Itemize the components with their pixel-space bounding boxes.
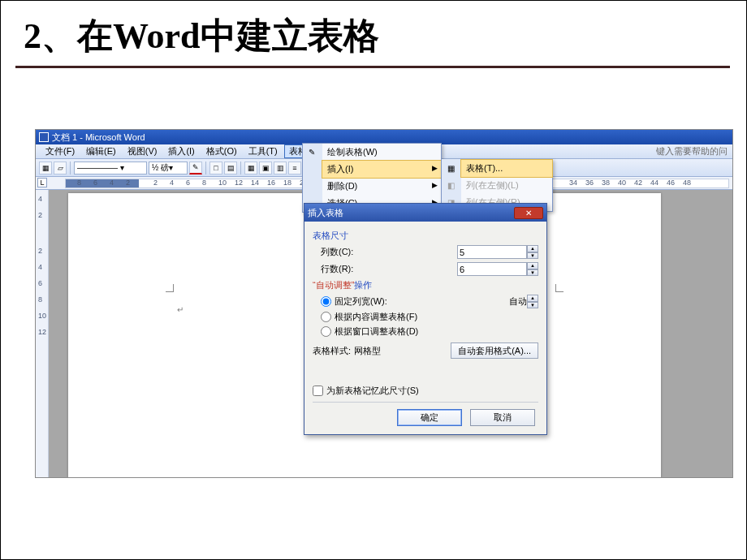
menu-item-label: 列(在左侧)(L) (466, 179, 519, 192)
toolbar-separator (240, 162, 241, 174)
border-icon[interactable]: □ (209, 162, 222, 174)
table-grid-icon: ▦ (445, 162, 456, 174)
group-fit-prefix: “自动调整” (313, 280, 354, 290)
rows-label: 行数(R): (313, 263, 386, 275)
menu-item-insert[interactable]: 插入(I) ▶ (322, 160, 442, 179)
ruler-tick: 2 (153, 179, 158, 187)
menu-format[interactable]: 格式(O) (201, 144, 242, 158)
rows-spinner: ▲ ▼ (457, 262, 538, 276)
cancel-button[interactable]: 取消 (470, 409, 535, 426)
fixed-width-spinner: 自动 ▲ ▼ (509, 295, 538, 308)
dialog-title: 插入表格 (308, 207, 343, 219)
shading-icon[interactable]: ▤ (224, 162, 237, 174)
slide-frame: 2、在Word中建立表格 文档 1 - Microsoft Word 文件(F)… (0, 0, 747, 560)
ruler-tick: 40 (618, 179, 626, 187)
vruler-tick: 4 (38, 263, 42, 271)
vruler-tick: 2 (38, 247, 42, 255)
close-button[interactable]: ✕ (514, 207, 543, 219)
menu-item-label: 删除(D) (327, 180, 357, 192)
rows-input[interactable] (457, 262, 527, 276)
fit-content-radio[interactable] (321, 312, 331, 322)
toolbar-separator (70, 162, 71, 174)
ruler-tick: 6 (93, 179, 97, 187)
line-weight-combo[interactable]: ½ 磅 ▾ (149, 162, 188, 174)
help-hint[interactable]: 键入需要帮助的问 (656, 145, 728, 157)
cols-row: 列数(C): ▲ ▼ (313, 245, 538, 259)
ruler-tick: 16 (267, 179, 275, 187)
menu-item-label: 插入(I) (327, 163, 353, 175)
draw-table-icon[interactable]: ▦ (39, 162, 52, 174)
vruler-tick: 6 (38, 279, 42, 287)
ruler-tick: 38 (602, 179, 610, 187)
fit-window-radio[interactable] (321, 326, 331, 337)
eraser-icon[interactable]: ▱ (54, 162, 67, 174)
ruler-tick: 4 (170, 179, 174, 187)
menu-edit[interactable]: 编辑(E) (81, 144, 121, 158)
margin-corner-icon (555, 284, 563, 292)
toolbar-separator (205, 162, 206, 174)
pen-color-icon[interactable]: ✎ (189, 162, 202, 174)
vruler-tick: 2 (38, 211, 42, 219)
menu-insert[interactable]: 插入(I) (163, 144, 199, 158)
remember-label: 为新表格记忆此尺寸(S) (326, 385, 419, 397)
fixed-width-row: 固定列宽(W): 自动 ▲ ▼ (313, 295, 538, 308)
spin-up-button[interactable]: ▲ (527, 245, 538, 252)
fit-window-label: 根据窗口调整表格(D) (335, 325, 418, 338)
dialog-titlebar[interactable]: 插入表格 ✕ (304, 204, 546, 222)
fixed-width-radio[interactable] (321, 296, 331, 307)
word-window: 文档 1 - Microsoft Word 文件(F) 编辑(E) 视图(V) … (35, 129, 733, 478)
ruler-tick: 12 (235, 179, 243, 187)
style-label: 表格样式: (313, 345, 351, 357)
insert-table-icon[interactable]: ▦ (244, 162, 257, 174)
spin-down-button[interactable]: ▼ (527, 269, 538, 277)
menu-item-delete[interactable]: 删除(D) ▶ (322, 178, 441, 195)
ok-button[interactable]: 确定 (397, 409, 462, 426)
menu-tools[interactable]: 工具(T) (244, 144, 283, 158)
menu-view[interactable]: 视图(V) (123, 144, 162, 158)
vertical-ruler[interactable]: 4 2 2 4 6 8 10 12 (36, 190, 49, 477)
paragraph-mark-icon: ↵ (177, 305, 184, 314)
cols-spinner: ▲ ▼ (457, 245, 538, 259)
fit-window-row: 根据窗口调整表格(D) (313, 325, 538, 338)
spin-up-button[interactable]: ▲ (527, 295, 538, 302)
spin-up-button[interactable]: ▲ (527, 262, 538, 269)
split-cells-icon[interactable]: ▥ (274, 162, 287, 174)
column-left-icon: ◧ (445, 179, 456, 191)
word-app-icon (39, 132, 49, 142)
ruler-tick: 10 (218, 179, 227, 187)
merge-cells-icon[interactable]: ▣ (259, 162, 272, 174)
spin-down-button[interactable]: ▼ (527, 302, 538, 309)
autoformat-button[interactable]: 自动套用格式(A)... (451, 342, 538, 359)
remember-row: 为新表格记忆此尺寸(S) (313, 385, 538, 397)
menu-file[interactable]: 文件(F) (41, 144, 80, 158)
slide-rule (15, 66, 730, 68)
style-value: 网格型 (354, 345, 381, 357)
submenu-arrow-icon: ▶ (432, 181, 438, 189)
insert-table-dialog: 插入表格 ✕ 表格尺寸 列数(C): ▲ ▼ 行数(R): (304, 203, 547, 435)
line-style-combo[interactable]: ————— ▾ (74, 162, 147, 174)
spin-down-button[interactable]: ▼ (527, 252, 538, 260)
ruler-tick: 42 (634, 179, 642, 187)
cols-input[interactable] (457, 245, 527, 259)
align-icon[interactable]: ≡ (288, 162, 301, 174)
menu-item-label: 绘制表格(W) (327, 146, 378, 158)
ruler-tick: 18 (283, 179, 291, 187)
fixed-width-value[interactable]: 自动 (509, 295, 527, 308)
ruler-tab-selector[interactable]: L (37, 178, 47, 187)
ruler-tick: 8 (202, 179, 206, 187)
menu-item-draw-table[interactable]: ✎ 绘制表格(W) (322, 144, 441, 161)
ruler-tick: 6 (186, 179, 190, 187)
ruler-tick: 36 (585, 179, 594, 187)
remember-checkbox[interactable] (313, 386, 323, 396)
submenu-item-table[interactable]: ▦ 表格(T)... (460, 159, 553, 178)
dialog-buttons: 确定 取消 (313, 403, 538, 428)
ruler-tick: 14 (251, 179, 259, 187)
slide-title: 2、在Word中建立表格 (24, 12, 379, 60)
group-size-label: 表格尺寸 (313, 230, 538, 242)
vruler-tick: 10 (38, 312, 46, 320)
rows-row: 行数(R): ▲ ▼ (313, 262, 538, 276)
ruler-tick: 34 (569, 179, 577, 187)
ruler-tick: 2 (126, 179, 130, 187)
fit-content-label: 根据内容调整表格(F) (335, 311, 417, 323)
group-fit-suffix: 操作 (354, 280, 372, 290)
